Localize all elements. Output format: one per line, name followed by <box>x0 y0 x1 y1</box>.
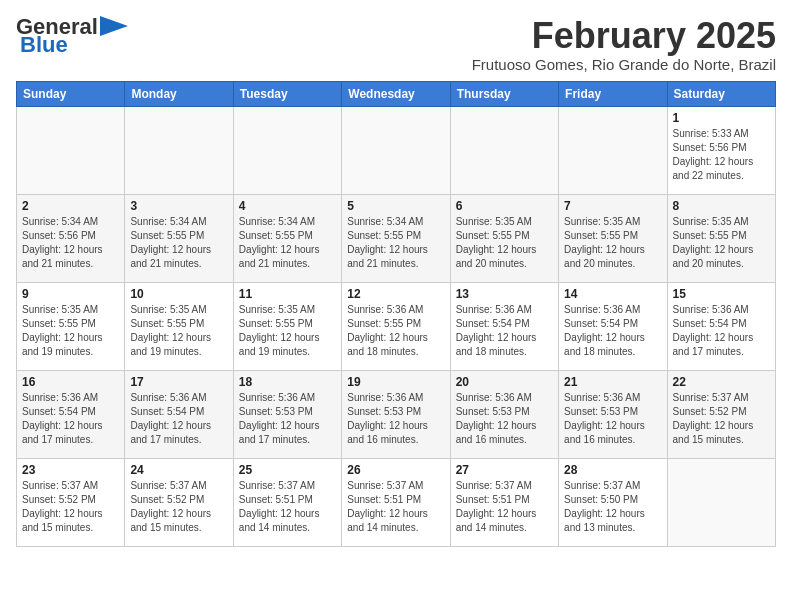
day-info: Sunrise: 5:37 AM Sunset: 5:51 PM Dayligh… <box>239 479 336 535</box>
calendar-day-header: Tuesday <box>233 81 341 106</box>
day-number: 3 <box>130 199 227 213</box>
day-number: 12 <box>347 287 444 301</box>
day-info: Sunrise: 5:37 AM Sunset: 5:51 PM Dayligh… <box>456 479 553 535</box>
day-info: Sunrise: 5:37 AM Sunset: 5:50 PM Dayligh… <box>564 479 661 535</box>
calendar-day-cell: 28Sunrise: 5:37 AM Sunset: 5:50 PM Dayli… <box>559 458 667 546</box>
calendar-day-cell: 24Sunrise: 5:37 AM Sunset: 5:52 PM Dayli… <box>125 458 233 546</box>
calendar-day-cell: 4Sunrise: 5:34 AM Sunset: 5:55 PM Daylig… <box>233 194 341 282</box>
calendar-day-cell: 7Sunrise: 5:35 AM Sunset: 5:55 PM Daylig… <box>559 194 667 282</box>
day-info: Sunrise: 5:37 AM Sunset: 5:51 PM Dayligh… <box>347 479 444 535</box>
calendar-week-row: 23Sunrise: 5:37 AM Sunset: 5:52 PM Dayli… <box>17 458 776 546</box>
day-number: 19 <box>347 375 444 389</box>
logo-arrow-icon <box>100 16 128 36</box>
calendar-day-cell: 15Sunrise: 5:36 AM Sunset: 5:54 PM Dayli… <box>667 282 775 370</box>
day-number: 6 <box>456 199 553 213</box>
day-number: 16 <box>22 375 119 389</box>
day-info: Sunrise: 5:35 AM Sunset: 5:55 PM Dayligh… <box>456 215 553 271</box>
calendar-day-header: Saturday <box>667 81 775 106</box>
calendar-day-cell: 8Sunrise: 5:35 AM Sunset: 5:55 PM Daylig… <box>667 194 775 282</box>
calendar-day-cell <box>342 106 450 194</box>
day-number: 5 <box>347 199 444 213</box>
day-info: Sunrise: 5:36 AM Sunset: 5:54 PM Dayligh… <box>130 391 227 447</box>
logo-blue: Blue <box>20 34 68 56</box>
day-number: 4 <box>239 199 336 213</box>
calendar-day-cell <box>17 106 125 194</box>
day-number: 11 <box>239 287 336 301</box>
calendar-day-cell: 18Sunrise: 5:36 AM Sunset: 5:53 PM Dayli… <box>233 370 341 458</box>
day-info: Sunrise: 5:34 AM Sunset: 5:56 PM Dayligh… <box>22 215 119 271</box>
calendar-day-cell <box>559 106 667 194</box>
calendar-day-cell: 14Sunrise: 5:36 AM Sunset: 5:54 PM Dayli… <box>559 282 667 370</box>
calendar: SundayMondayTuesdayWednesdayThursdayFrid… <box>16 81 776 547</box>
calendar-day-cell: 1Sunrise: 5:33 AM Sunset: 5:56 PM Daylig… <box>667 106 775 194</box>
day-info: Sunrise: 5:34 AM Sunset: 5:55 PM Dayligh… <box>239 215 336 271</box>
calendar-week-row: 9Sunrise: 5:35 AM Sunset: 5:55 PM Daylig… <box>17 282 776 370</box>
calendar-day-cell: 16Sunrise: 5:36 AM Sunset: 5:54 PM Dayli… <box>17 370 125 458</box>
calendar-day-cell: 6Sunrise: 5:35 AM Sunset: 5:55 PM Daylig… <box>450 194 558 282</box>
day-info: Sunrise: 5:35 AM Sunset: 5:55 PM Dayligh… <box>22 303 119 359</box>
calendar-day-cell: 2Sunrise: 5:34 AM Sunset: 5:56 PM Daylig… <box>17 194 125 282</box>
calendar-day-header: Monday <box>125 81 233 106</box>
calendar-day-header: Friday <box>559 81 667 106</box>
day-number: 18 <box>239 375 336 389</box>
day-number: 23 <box>22 463 119 477</box>
svg-marker-0 <box>100 16 128 36</box>
calendar-day-cell: 13Sunrise: 5:36 AM Sunset: 5:54 PM Dayli… <box>450 282 558 370</box>
day-number: 10 <box>130 287 227 301</box>
day-number: 24 <box>130 463 227 477</box>
calendar-day-cell: 5Sunrise: 5:34 AM Sunset: 5:55 PM Daylig… <box>342 194 450 282</box>
page-title: February 2025 <box>472 16 776 56</box>
calendar-day-cell: 11Sunrise: 5:35 AM Sunset: 5:55 PM Dayli… <box>233 282 341 370</box>
calendar-day-cell: 21Sunrise: 5:36 AM Sunset: 5:53 PM Dayli… <box>559 370 667 458</box>
day-number: 9 <box>22 287 119 301</box>
day-number: 26 <box>347 463 444 477</box>
logo: General Blue <box>16 16 128 56</box>
calendar-day-cell: 22Sunrise: 5:37 AM Sunset: 5:52 PM Dayli… <box>667 370 775 458</box>
day-info: Sunrise: 5:35 AM Sunset: 5:55 PM Dayligh… <box>239 303 336 359</box>
day-info: Sunrise: 5:36 AM Sunset: 5:53 PM Dayligh… <box>239 391 336 447</box>
day-number: 13 <box>456 287 553 301</box>
calendar-day-cell <box>667 458 775 546</box>
day-info: Sunrise: 5:36 AM Sunset: 5:54 PM Dayligh… <box>564 303 661 359</box>
day-info: Sunrise: 5:36 AM Sunset: 5:54 PM Dayligh… <box>673 303 770 359</box>
header: General Blue February 2025 Frutuoso Gome… <box>16 16 776 73</box>
day-info: Sunrise: 5:37 AM Sunset: 5:52 PM Dayligh… <box>673 391 770 447</box>
day-info: Sunrise: 5:33 AM Sunset: 5:56 PM Dayligh… <box>673 127 770 183</box>
day-info: Sunrise: 5:36 AM Sunset: 5:53 PM Dayligh… <box>564 391 661 447</box>
calendar-day-cell: 26Sunrise: 5:37 AM Sunset: 5:51 PM Dayli… <box>342 458 450 546</box>
calendar-header-row: SundayMondayTuesdayWednesdayThursdayFrid… <box>17 81 776 106</box>
day-number: 14 <box>564 287 661 301</box>
calendar-day-cell: 17Sunrise: 5:36 AM Sunset: 5:54 PM Dayli… <box>125 370 233 458</box>
day-info: Sunrise: 5:37 AM Sunset: 5:52 PM Dayligh… <box>22 479 119 535</box>
calendar-week-row: 16Sunrise: 5:36 AM Sunset: 5:54 PM Dayli… <box>17 370 776 458</box>
day-info: Sunrise: 5:37 AM Sunset: 5:52 PM Dayligh… <box>130 479 227 535</box>
day-number: 8 <box>673 199 770 213</box>
calendar-week-row: 2Sunrise: 5:34 AM Sunset: 5:56 PM Daylig… <box>17 194 776 282</box>
day-info: Sunrise: 5:35 AM Sunset: 5:55 PM Dayligh… <box>564 215 661 271</box>
calendar-body: 1Sunrise: 5:33 AM Sunset: 5:56 PM Daylig… <box>17 106 776 546</box>
title-area: February 2025 Frutuoso Gomes, Rio Grande… <box>472 16 776 73</box>
day-number: 17 <box>130 375 227 389</box>
day-number: 7 <box>564 199 661 213</box>
calendar-week-row: 1Sunrise: 5:33 AM Sunset: 5:56 PM Daylig… <box>17 106 776 194</box>
day-info: Sunrise: 5:34 AM Sunset: 5:55 PM Dayligh… <box>347 215 444 271</box>
day-info: Sunrise: 5:35 AM Sunset: 5:55 PM Dayligh… <box>673 215 770 271</box>
day-number: 22 <box>673 375 770 389</box>
day-number: 25 <box>239 463 336 477</box>
calendar-day-cell <box>125 106 233 194</box>
calendar-day-header: Sunday <box>17 81 125 106</box>
calendar-day-cell <box>450 106 558 194</box>
calendar-day-cell: 9Sunrise: 5:35 AM Sunset: 5:55 PM Daylig… <box>17 282 125 370</box>
calendar-day-cell <box>233 106 341 194</box>
day-info: Sunrise: 5:36 AM Sunset: 5:53 PM Dayligh… <box>347 391 444 447</box>
day-number: 2 <box>22 199 119 213</box>
calendar-day-cell: 19Sunrise: 5:36 AM Sunset: 5:53 PM Dayli… <box>342 370 450 458</box>
day-number: 15 <box>673 287 770 301</box>
calendar-day-header: Thursday <box>450 81 558 106</box>
calendar-day-cell: 12Sunrise: 5:36 AM Sunset: 5:55 PM Dayli… <box>342 282 450 370</box>
day-info: Sunrise: 5:35 AM Sunset: 5:55 PM Dayligh… <box>130 303 227 359</box>
calendar-day-cell: 10Sunrise: 5:35 AM Sunset: 5:55 PM Dayli… <box>125 282 233 370</box>
calendar-day-cell: 25Sunrise: 5:37 AM Sunset: 5:51 PM Dayli… <box>233 458 341 546</box>
calendar-day-cell: 3Sunrise: 5:34 AM Sunset: 5:55 PM Daylig… <box>125 194 233 282</box>
day-number: 1 <box>673 111 770 125</box>
